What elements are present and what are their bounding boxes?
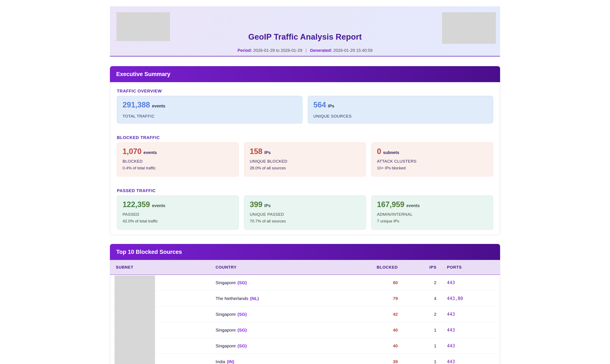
section-heading: PASSED TRAFFIC <box>117 188 493 193</box>
ports-list: 443 <box>447 343 455 348</box>
blocked-cell: 40 <box>298 338 398 354</box>
column-header-ports: PORTS <box>436 260 500 275</box>
column-header-blocked: BLOCKED <box>298 260 398 275</box>
table-body: Singapore(SG)802443The Netherlands(NL)79… <box>110 275 500 364</box>
period-label: Period: <box>237 48 252 53</box>
column-header-ips: IPS <box>398 260 436 275</box>
stat-unit: events <box>152 203 165 208</box>
stat-sub: 10+ IPs blocked <box>377 166 487 170</box>
ips-count: 1 <box>434 343 436 348</box>
ips-count: 2 <box>434 280 436 285</box>
report-meta: Period: 2026-01-29 to 2026-01-29 | Gener… <box>110 48 500 53</box>
ports-cell: 443 <box>436 322 500 338</box>
stat-value: 122,359 <box>123 200 150 209</box>
blocked-cell: 80 <box>298 275 398 290</box>
stat-top: 158IPs <box>250 147 360 156</box>
executive-summary-title-bar: Executive Summary <box>110 66 500 82</box>
blocked-cell: 39 <box>298 354 398 364</box>
stat-top: 564IPs <box>313 101 488 109</box>
stat-label: BLOCKED <box>123 159 233 164</box>
stat-label: ATTACK CLUSTERS <box>377 159 487 164</box>
subnet-redaction-block <box>114 275 155 364</box>
blocked-count: 40 <box>393 343 398 348</box>
blocked-cell: 42 <box>298 306 398 322</box>
country-code: (NL) <box>250 296 259 301</box>
country-cell: India(IN) <box>210 354 298 364</box>
blocked-sources-title-bar: Top 10 Blocked Sources <box>110 244 500 260</box>
blocked-cell: 79 <box>298 290 398 306</box>
stat-sub: 42.0% of total traffic <box>123 219 233 223</box>
country-cell: The Netherlands(NL) <box>210 290 298 306</box>
ips-count: 4 <box>434 296 436 301</box>
stat-unit: events <box>143 150 157 155</box>
executive-summary-body: TRAFFIC OVERVIEW291,388eventsTOTAL TRAFF… <box>110 82 500 235</box>
blocked-sources-table: SUBNETCOUNTRYBLOCKEDIPSPORTS Singapore(S… <box>110 260 500 364</box>
country-name: Singapore <box>216 312 236 317</box>
country-name: The Netherlands <box>216 296 248 301</box>
country-name: Singapore <box>216 327 236 332</box>
table-header-row: SUBNETCOUNTRYBLOCKEDIPSPORTS <box>110 260 500 275</box>
generated-label: Generated: <box>310 48 332 53</box>
country-code: (SG) <box>237 280 247 285</box>
ports-list: 443 <box>447 312 455 317</box>
stat-label: ADMIN/INTERNAL <box>377 212 487 217</box>
summary-section-green: PASSED TRAFFIC122,359eventsPASSED42.0% o… <box>117 188 493 230</box>
stat-unit: IPs <box>264 150 271 155</box>
stat-sub: 7 unique IPs <box>377 219 487 223</box>
blocked-sources-table-wrap: SUBNETCOUNTRYBLOCKEDIPSPORTS Singapore(S… <box>110 260 500 364</box>
stat-value: 0 <box>377 147 381 156</box>
stat-unit: events <box>406 203 419 208</box>
country-name: Singapore <box>216 280 236 285</box>
stat-value: 167,959 <box>377 200 404 209</box>
stat-top: 399IPs <box>250 200 360 209</box>
stat-card: 167,959eventsADMIN/INTERNAL7 unique IPs <box>371 195 493 230</box>
country-cell: Singapore(SG) <box>210 275 298 290</box>
stat-top: 291,388events <box>123 101 297 109</box>
report-header: GeoIP Traffic Analysis Report Period: 20… <box>110 6 500 57</box>
stat-card: 1,070eventsBLOCKED0.4% of total traffic <box>117 143 239 177</box>
country-code: (SG) <box>237 343 247 348</box>
stat-top: 167,959events <box>377 200 487 209</box>
period-value: 2026-01-29 to 2026-01-29 <box>253 48 302 53</box>
stat-label: UNIQUE PASSED <box>250 212 360 217</box>
stat-unit: IPs <box>264 203 271 208</box>
ports-cell: 443 <box>436 306 500 322</box>
cards-row: 122,359eventsPASSED42.0% of total traffi… <box>117 195 493 230</box>
ports-cell: 443 <box>436 354 500 364</box>
executive-summary-title: Executive Summary <box>116 71 170 78</box>
table-row: Singapore(SG)401443 <box>110 338 500 354</box>
summary-section-blue: TRAFFIC OVERVIEW291,388eventsTOTAL TRAFF… <box>117 89 493 123</box>
stat-sub: 28.0% of all sources <box>250 166 360 170</box>
country-code: (SG) <box>237 312 247 317</box>
stat-top: 0subnets <box>377 147 487 156</box>
ports-cell: 443 <box>436 275 500 290</box>
stat-value: 158 <box>250 147 262 156</box>
ips-cell: 2 <box>398 306 436 322</box>
country-cell: Singapore(SG) <box>210 338 298 354</box>
blocked-count: 80 <box>393 280 398 285</box>
executive-summary-panel: Executive Summary TRAFFIC OVERVIEW291,38… <box>110 66 500 235</box>
stat-value: 564 <box>313 101 326 109</box>
ips-count: 1 <box>434 327 436 332</box>
blocked-count: 40 <box>393 327 398 332</box>
stat-unit: events <box>152 104 165 108</box>
country-code: (SG) <box>237 327 247 332</box>
table-row: Singapore(SG)401443 <box>110 322 500 338</box>
cards-row: 1,070eventsBLOCKED0.4% of total traffic1… <box>117 143 493 177</box>
generated-value: 2026-01-29 15:40:59 <box>333 48 373 53</box>
stat-card: 399IPsUNIQUE PASSED70.7% of all sources <box>244 195 366 230</box>
ports-cell: 443,80 <box>436 290 500 306</box>
report-page: GeoIP Traffic Analysis Report Period: 20… <box>110 6 500 364</box>
stat-label: UNIQUE SOURCES <box>313 114 488 119</box>
blocked-cell: 40 <box>298 322 398 338</box>
table-row: Singapore(SG)422443 <box>110 306 500 322</box>
country-name: India <box>216 359 225 364</box>
column-header-country: COUNTRY <box>210 260 298 275</box>
ports-list: 443 <box>447 359 455 364</box>
blocked-sources-panel: Top 10 Blocked Sources SUBNETCOUNTRYBLOC… <box>110 244 500 364</box>
stat-unit: subnets <box>383 150 399 155</box>
stat-label: TOTAL TRAFFIC <box>123 114 297 119</box>
meta-separator: | <box>303 48 309 53</box>
ports-list: 443,80 <box>447 296 463 301</box>
stat-value: 1,070 <box>123 147 141 156</box>
